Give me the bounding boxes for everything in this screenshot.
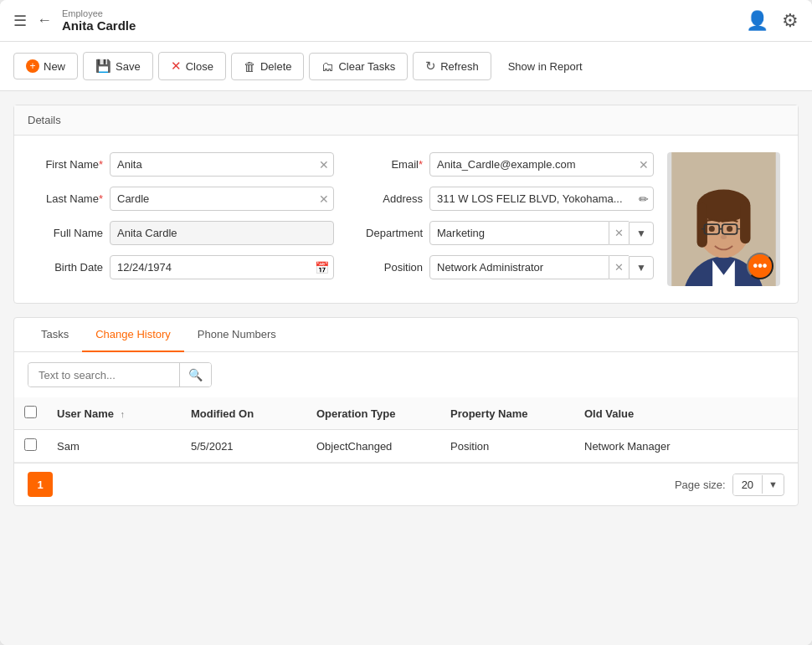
settings-icon[interactable]: ⚙ xyxy=(782,10,799,32)
first-name-input-wrap: ✕ xyxy=(110,152,334,177)
tab-tasks[interactable]: Tasks xyxy=(28,318,82,352)
details-card: Details First Name ✕ Last Name xyxy=(13,105,799,304)
position-dropdown-wrap: Network Administrator ✕ ▼ xyxy=(429,255,654,279)
close-icon: ✕ xyxy=(171,59,182,74)
new-button[interactable]: + New xyxy=(13,53,78,79)
header-left: ☰ ← Employee Anita Cardle xyxy=(13,8,746,33)
tabs-area: Tasks Change History Phone Numbers 🔍 xyxy=(13,317,799,506)
last-name-row: Last Name ✕ xyxy=(28,187,334,211)
clear-tasks-button[interactable]: 🗂 Clear Tasks xyxy=(309,53,408,80)
new-label: New xyxy=(44,60,65,73)
department-row: Department Marketing ✕ ▼ xyxy=(347,221,654,245)
app-header: ☰ ← Employee Anita Cardle 👤 ⚙ xyxy=(0,0,812,42)
birth-date-input-wrap: 📅 xyxy=(110,255,334,279)
user-icon[interactable]: 👤 xyxy=(746,10,768,32)
table-row: Sam 5/5/2021 ObjectChanged Position Netw… xyxy=(14,430,798,463)
first-name-row: First Name ✕ xyxy=(28,152,334,177)
full-name-input-wrap xyxy=(110,221,334,245)
page-size-dropdown-icon[interactable]: ▼ xyxy=(762,475,784,494)
email-row: Email ✕ xyxy=(347,152,654,177)
address-label: Address xyxy=(347,192,423,205)
page-size-wrap: Page size: 20 ▼ xyxy=(675,474,784,496)
clear-tasks-icon: 🗂 xyxy=(321,59,334,74)
refresh-label: Refresh xyxy=(440,60,479,73)
photo-more-button[interactable]: ••• xyxy=(747,253,773,279)
show-in-report-button[interactable]: Show in Report xyxy=(496,54,594,79)
full-name-input xyxy=(110,221,334,245)
birth-date-row: Birth Date 📅 xyxy=(28,255,334,279)
svg-point-14 xyxy=(727,226,732,232)
col-header-operation-type: Operation Type xyxy=(306,397,440,430)
tab-phone-numbers[interactable]: Phone Numbers xyxy=(184,318,290,352)
page-buttons: 1 xyxy=(28,472,53,497)
table-header: User Name ↑ Modified On Operation Type P… xyxy=(14,397,798,430)
row-check-cell xyxy=(14,430,47,463)
show-in-report-label: Show in Report xyxy=(508,60,583,73)
col-header-property-name: Property Name xyxy=(440,397,574,430)
first-name-label: First Name xyxy=(28,158,103,171)
pagination-bar: 1 Page size: 20 ▼ xyxy=(14,463,798,505)
department-dropdown-wrap: Marketing ✕ ▼ xyxy=(429,221,654,245)
last-name-clear-icon[interactable]: ✕ xyxy=(319,192,329,206)
delete-button[interactable]: 🗑 Delete xyxy=(231,53,305,80)
position-row: Position Network Administrator ✕ ▼ xyxy=(347,255,654,279)
sort-icon[interactable]: ↑ xyxy=(121,409,126,419)
calendar-icon[interactable]: 📅 xyxy=(315,261,329,274)
select-all-checkbox[interactable] xyxy=(24,406,37,418)
search-button[interactable]: 🔍 xyxy=(179,363,211,386)
table-header-row: User Name ↑ Modified On Operation Type P… xyxy=(14,397,798,430)
table-body: Sam 5/5/2021 ObjectChanged Position Netw… xyxy=(14,430,798,463)
position-dropdown-icon[interactable]: ▼ xyxy=(629,256,654,279)
search-input[interactable] xyxy=(28,364,179,386)
edit-icon[interactable]: ✏ xyxy=(639,192,649,206)
position-clear-icon[interactable]: ✕ xyxy=(609,255,629,279)
content-area: Details First Name ✕ Last Name xyxy=(0,91,812,645)
position-input[interactable]: Network Administrator xyxy=(429,255,609,279)
address-input-wrap: ✏ xyxy=(429,187,654,211)
photo-area: ••• xyxy=(667,152,784,286)
new-icon: + xyxy=(26,59,39,73)
col-header-modified-on: Modified On xyxy=(181,397,306,430)
first-name-clear-icon[interactable]: ✕ xyxy=(319,158,329,171)
back-icon[interactable]: ← xyxy=(37,12,52,29)
svg-point-13 xyxy=(709,226,715,232)
close-label: Close xyxy=(186,60,213,73)
search-bar: 🔍 xyxy=(14,352,798,397)
tab-change-history[interactable]: Change History xyxy=(82,318,184,352)
photo-container: ••• xyxy=(667,152,780,286)
change-history-table: User Name ↑ Modified On Operation Type P… xyxy=(14,397,798,463)
hamburger-icon[interactable]: ☰ xyxy=(13,12,27,30)
email-clear-icon[interactable]: ✕ xyxy=(639,158,649,171)
email-label: Email xyxy=(347,158,423,171)
department-input[interactable]: Marketing xyxy=(429,221,609,245)
last-name-input[interactable] xyxy=(110,187,334,211)
close-button[interactable]: ✕ Close xyxy=(158,52,226,80)
birth-date-label: Birth Date xyxy=(28,261,103,274)
address-input[interactable] xyxy=(429,187,654,211)
birth-date-input[interactable] xyxy=(110,255,334,279)
details-section-title: Details xyxy=(28,114,61,126)
department-label: Department xyxy=(347,227,423,239)
save-button[interactable]: 💾 Save xyxy=(83,52,153,80)
tabs-header: Tasks Change History Phone Numbers xyxy=(14,318,798,352)
page-1-button[interactable]: 1 xyxy=(28,472,53,497)
row-checkbox[interactable] xyxy=(24,438,37,451)
delete-label: Delete xyxy=(260,60,292,73)
delete-icon: 🗑 xyxy=(244,59,256,74)
last-name-input-wrap: ✕ xyxy=(110,187,334,211)
page-size-select: 20 ▼ xyxy=(732,474,784,496)
full-name-row: Full Name xyxy=(28,221,334,245)
row-modified-on: 5/5/2021 xyxy=(181,430,306,463)
email-input[interactable] xyxy=(429,152,654,177)
address-row: Address ✏ xyxy=(347,187,654,211)
save-icon: 💾 xyxy=(95,59,111,74)
refresh-button[interactable]: ↻ Refresh xyxy=(413,52,491,80)
toolbar: + New 💾 Save ✕ Close 🗑 Delete 🗂 Clear Ta… xyxy=(0,42,812,91)
full-name-label: Full Name xyxy=(28,227,103,239)
details-card-body: First Name ✕ Last Name ✕ xyxy=(14,136,798,303)
first-name-input[interactable] xyxy=(110,152,334,177)
department-clear-icon[interactable]: ✕ xyxy=(609,221,629,245)
col-header-username[interactable]: User Name ↑ xyxy=(47,397,181,430)
department-dropdown-icon[interactable]: ▼ xyxy=(629,222,654,245)
row-operation-type: ObjectChanged xyxy=(306,430,440,463)
